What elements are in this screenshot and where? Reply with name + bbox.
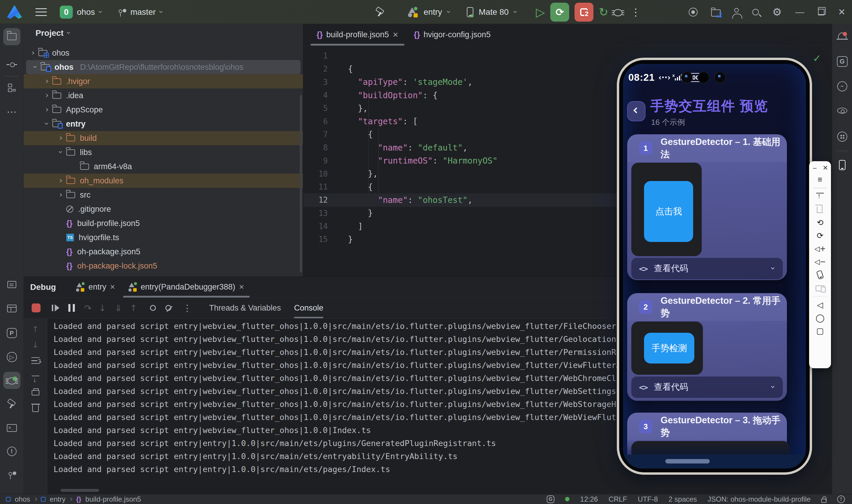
mirror-volume-down-button[interactable]: ◁− (814, 255, 827, 268)
close-tab-icon[interactable]: ✕ (239, 283, 244, 291)
tree-expand-icon[interactable] (45, 122, 48, 125)
mirror-shake-button[interactable] (814, 268, 827, 281)
print-button[interactable] (30, 386, 41, 398)
scroll-to-end-button[interactable] (30, 370, 41, 382)
tree-expand-icon[interactable] (31, 51, 34, 54)
sidebar-project-button[interactable] (3, 28, 20, 45)
mirror-minimize-button[interactable]: – (812, 165, 818, 171)
debug-button[interactable] (614, 9, 622, 16)
readonly-lock-icon[interactable] (821, 499, 827, 503)
scroll-up-button[interactable]: ↑ (30, 323, 41, 335)
mirror-volume-up-button[interactable]: ◁+ (814, 242, 827, 255)
mirror-nav-back-button[interactable]: ◁ (814, 298, 827, 311)
sidebar-structure-button[interactable] (3, 79, 20, 97)
window-minimize-button[interactable]: — (796, 7, 804, 17)
tree-item-build[interactable]: build (24, 131, 303, 145)
mirror-close-button[interactable]: ✕ (822, 165, 829, 171)
mute-breakpoints-button[interactable] (162, 301, 175, 314)
more-actions-kebab-icon[interactable]: ⋮ (631, 6, 641, 18)
build-hammer-icon[interactable] (375, 7, 385, 17)
mirror-nav-recents-button[interactable]: ▢ (814, 324, 827, 337)
tree-item-entry[interactable]: entry (24, 117, 303, 131)
tree-item-oh_modules[interactable]: oh_modules (24, 174, 303, 188)
line-separator-widget[interactable]: CRLF (609, 495, 627, 503)
main-menu-icon[interactable] (36, 8, 47, 16)
sidebar-git-button[interactable] (3, 466, 20, 483)
run-configuration-selector[interactable]: entry (424, 7, 442, 17)
tree-item-hvigorfile.ts[interactable]: TShvigorfile.ts (24, 230, 303, 245)
mirror-multi-device-button[interactable] (814, 281, 827, 294)
rerun-button[interactable]: ↻ (599, 6, 608, 19)
sidebar-layout-button[interactable] (3, 300, 20, 317)
clear-console-button[interactable] (30, 402, 41, 414)
tree-item-src[interactable]: src (24, 188, 303, 202)
sidebar-terminal-button[interactable] (3, 419, 20, 436)
window-restore-button[interactable] (818, 9, 824, 15)
editor-tab-build-profile.json5[interactable]: {}build-profile.json5✕ (309, 24, 406, 46)
close-tab-icon[interactable]: ✕ (393, 31, 398, 39)
step-over-button[interactable]: ↷ (81, 301, 94, 314)
tree-expand-icon[interactable] (58, 150, 62, 153)
indent-widget[interactable]: 2 spaces (669, 495, 697, 503)
tree-item-oh-package.json5[interactable]: {}oh-package.json5 (24, 245, 303, 259)
step-into-button[interactable]: ↓ (96, 301, 109, 314)
window-close-button[interactable]: ✕ (838, 7, 846, 17)
sidebar-more-button[interactable]: ⋯ (3, 103, 20, 120)
breadcrumb-module[interactable]: entry (50, 495, 66, 503)
step-out-button[interactable]: ↑ (127, 301, 140, 314)
codearts-button[interactable]: ~ (834, 78, 851, 95)
sidebar-services-button[interactable]: ▷ (3, 348, 20, 365)
view-code-row[interactable]: <>查看代码 (631, 377, 783, 398)
tree-item-libs[interactable]: libs (24, 145, 303, 159)
demo-button[interactable]: 点击我 (644, 181, 693, 242)
sidebar-debug-button[interactable] (3, 372, 20, 389)
previewer-button[interactable] (834, 102, 851, 119)
tree-item-oh-package-lock.json5[interactable]: {}oh-package-lock.json5 (24, 259, 303, 273)
tree-item-arm64-v8a[interactable]: arm64-v8a (24, 159, 303, 174)
search-everywhere-icon[interactable] (752, 9, 759, 15)
tab-threads-variables[interactable]: Threads & Variables (209, 298, 281, 318)
tree-expand-icon[interactable] (45, 79, 48, 83)
notifications-button[interactable] (834, 28, 851, 45)
project-scrollbar[interactable] (300, 95, 302, 272)
tree-item-.hvigor[interactable]: .hvigor (24, 74, 303, 88)
run-button[interactable]: ▷ (536, 5, 545, 19)
tree-item-.gitignore[interactable]: .gitignore (24, 202, 303, 216)
debug-tab-entry[interactable]: entry✕ (70, 277, 122, 297)
tree-item-AppScope[interactable]: AppScope (24, 103, 303, 117)
home-indicator[interactable] (665, 459, 710, 464)
view-code-row[interactable]: <>查看代码 (631, 258, 783, 279)
device-hub-button[interactable] (834, 128, 851, 145)
mirror-screenshot-crop-button[interactable] (814, 203, 827, 216)
codegenie-button[interactable]: G (834, 53, 851, 70)
tree-expand-icon[interactable] (33, 65, 36, 68)
scroll-down-button[interactable]: ↓ (30, 339, 41, 351)
mirror-scroll-top-button[interactable] (814, 190, 827, 203)
tree-expand-icon[interactable] (58, 179, 62, 182)
soft-wrap-button[interactable] (30, 355, 41, 366)
mirror-rotate-right-button[interactable]: ⟳ (814, 229, 827, 242)
tree-item-ohos[interactable]: ohosD:\AtomGitRepo\flutterforoh\osnotesb… (26, 60, 301, 74)
mirror-menu-button[interactable]: ≡ (814, 173, 827, 186)
breadcrumb-project[interactable]: ohos (15, 495, 30, 503)
device-selector[interactable]: Mate 80 (479, 7, 509, 17)
mirror-nav-home-button[interactable]: ◯ (814, 311, 827, 324)
tree-expand-icon[interactable] (58, 193, 62, 196)
stop-button[interactable]: 2 (575, 3, 594, 22)
project-widget[interactable]: ohos (77, 7, 95, 17)
demo-button[interactable]: 手势检测 (644, 333, 694, 363)
editor-tab-hvigor-config.json5[interactable]: {}hvigor-config.json5 (406, 24, 498, 46)
console-horizontal-scrollbar[interactable] (61, 489, 99, 492)
debug-more-kebab-icon[interactable]: ⋮ (181, 301, 194, 314)
encoding-widget[interactable]: UTF-8 (638, 495, 658, 503)
tree-item-.idea[interactable]: .idea (24, 88, 303, 103)
device-manager-icon[interactable] (689, 8, 697, 17)
stop-process-button[interactable] (30, 301, 42, 314)
tree-expand-icon[interactable] (45, 94, 48, 97)
tree-item-build-profile.json5[interactable]: {}build-profile.json5 (24, 216, 303, 230)
breadcrumb-file[interactable]: build-profile.json5 (86, 495, 141, 503)
close-tab-icon[interactable]: ✕ (110, 283, 115, 291)
tree-expand-icon[interactable] (45, 108, 48, 111)
sidebar-build-button[interactable] (3, 395, 20, 413)
restart-app-button[interactable]: ⟳ (550, 3, 569, 22)
